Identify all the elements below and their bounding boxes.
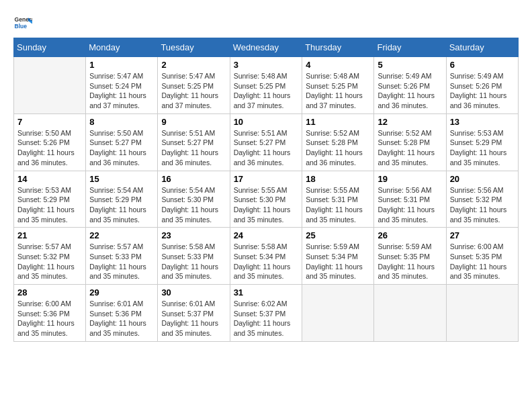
svg-text:Blue: Blue xyxy=(15,23,28,30)
calendar-cell: 14Sunrise: 5:53 AM Sunset: 5:29 PM Dayli… xyxy=(14,171,86,228)
day-info: Sunrise: 5:57 AM Sunset: 5:33 PM Dayligh… xyxy=(89,242,154,281)
calendar-cell: 23Sunrise: 5:58 AM Sunset: 5:33 PM Dayli… xyxy=(158,228,230,285)
day-info: Sunrise: 5:48 AM Sunset: 5:25 PM Dayligh… xyxy=(306,71,370,111)
day-info: Sunrise: 5:56 AM Sunset: 5:31 PM Dayligh… xyxy=(378,185,442,225)
calendar-cell: 30Sunrise: 6:01 AM Sunset: 5:37 PM Dayli… xyxy=(158,285,230,342)
calendar-week-3: 14Sunrise: 5:53 AM Sunset: 5:29 PM Dayli… xyxy=(14,171,519,228)
day-info: Sunrise: 5:50 AM Sunset: 5:26 PM Dayligh… xyxy=(17,128,82,168)
day-number: 4 xyxy=(306,60,370,70)
calendar-table: SundayMondayTuesdayWednesdayThursdayFrid… xyxy=(13,38,519,342)
weekday-monday: Monday xyxy=(86,38,158,57)
day-number: 29 xyxy=(89,287,154,298)
day-number: 10 xyxy=(234,117,299,127)
day-info: Sunrise: 5:58 AM Sunset: 5:33 PM Dayligh… xyxy=(161,242,226,281)
calendar-cell: 27Sunrise: 6:00 AM Sunset: 5:35 PM Dayli… xyxy=(446,228,518,285)
calendar-cell: 16Sunrise: 5:54 AM Sunset: 5:30 PM Dayli… xyxy=(158,171,230,228)
day-number: 9 xyxy=(161,117,226,127)
calendar-cell: 13Sunrise: 5:53 AM Sunset: 5:29 PM Dayli… xyxy=(446,113,518,171)
day-info: Sunrise: 5:52 AM Sunset: 5:28 PM Dayligh… xyxy=(306,128,370,168)
day-number: 21 xyxy=(17,230,82,240)
day-number: 23 xyxy=(161,230,226,240)
day-info: Sunrise: 6:01 AM Sunset: 5:36 PM Dayligh… xyxy=(89,299,154,338)
calendar-cell: 17Sunrise: 5:55 AM Sunset: 5:30 PM Dayli… xyxy=(230,171,302,228)
weekday-saturday: Saturday xyxy=(446,38,518,57)
calendar-cell: 25Sunrise: 5:59 AM Sunset: 5:34 PM Dayli… xyxy=(302,228,374,285)
day-info: Sunrise: 6:00 AM Sunset: 5:36 PM Dayligh… xyxy=(17,299,82,338)
day-number: 2 xyxy=(161,60,226,70)
day-number: 12 xyxy=(378,117,442,127)
day-number: 30 xyxy=(161,287,226,298)
day-number: 5 xyxy=(378,60,442,70)
day-number: 27 xyxy=(450,230,515,240)
day-info: Sunrise: 5:54 AM Sunset: 5:29 PM Dayligh… xyxy=(89,185,154,225)
weekday-tuesday: Tuesday xyxy=(158,38,230,57)
calendar-cell: 19Sunrise: 5:56 AM Sunset: 5:31 PM Dayli… xyxy=(374,171,446,228)
day-number: 31 xyxy=(234,287,299,298)
calendar-cell: 24Sunrise: 5:58 AM Sunset: 5:34 PM Dayli… xyxy=(230,228,302,285)
calendar-cell: 21Sunrise: 5:57 AM Sunset: 5:32 PM Dayli… xyxy=(14,228,86,285)
calendar-cell: 18Sunrise: 5:55 AM Sunset: 5:31 PM Dayli… xyxy=(302,171,374,228)
calendar-cell xyxy=(14,57,86,114)
day-number: 16 xyxy=(161,174,226,184)
day-number: 26 xyxy=(378,230,442,240)
calendar-cell: 28Sunrise: 6:00 AM Sunset: 5:36 PM Dayli… xyxy=(14,285,86,342)
calendar-cell: 10Sunrise: 5:51 AM Sunset: 5:27 PM Dayli… xyxy=(230,113,302,171)
calendar-cell: 26Sunrise: 5:59 AM Sunset: 5:35 PM Dayli… xyxy=(374,228,446,285)
day-info: Sunrise: 5:59 AM Sunset: 5:34 PM Dayligh… xyxy=(306,242,370,281)
calendar-cell: 5Sunrise: 5:49 AM Sunset: 5:26 PM Daylig… xyxy=(374,57,446,114)
weekday-sunday: Sunday xyxy=(14,38,86,57)
calendar-cell: 4Sunrise: 5:48 AM Sunset: 5:25 PM Daylig… xyxy=(302,57,374,114)
day-number: 14 xyxy=(17,174,82,184)
day-info: Sunrise: 5:47 AM Sunset: 5:25 PM Dayligh… xyxy=(161,71,226,111)
calendar-cell: 9Sunrise: 5:51 AM Sunset: 5:27 PM Daylig… xyxy=(158,113,230,171)
day-info: Sunrise: 5:50 AM Sunset: 5:27 PM Dayligh… xyxy=(89,128,154,168)
calendar-cell xyxy=(374,285,446,342)
day-number: 13 xyxy=(450,117,515,127)
logo: General Blue xyxy=(13,13,32,32)
weekday-wednesday: Wednesday xyxy=(230,38,302,57)
day-info: Sunrise: 5:54 AM Sunset: 5:30 PM Dayligh… xyxy=(161,185,226,225)
calendar-cell: 6Sunrise: 5:49 AM Sunset: 5:26 PM Daylig… xyxy=(446,57,518,114)
calendar-week-4: 21Sunrise: 5:57 AM Sunset: 5:32 PM Dayli… xyxy=(14,228,519,285)
day-info: Sunrise: 6:01 AM Sunset: 5:37 PM Dayligh… xyxy=(161,299,226,338)
day-info: Sunrise: 6:02 AM Sunset: 5:37 PM Dayligh… xyxy=(234,299,299,338)
weekday-header-row: SundayMondayTuesdayWednesdayThursdayFrid… xyxy=(14,38,519,57)
calendar-cell: 15Sunrise: 5:54 AM Sunset: 5:29 PM Dayli… xyxy=(86,171,158,228)
day-number: 18 xyxy=(306,174,370,184)
calendar-cell: 31Sunrise: 6:02 AM Sunset: 5:37 PM Dayli… xyxy=(230,285,302,342)
page-header: General Blue xyxy=(13,13,519,32)
calendar-cell: 7Sunrise: 5:50 AM Sunset: 5:26 PM Daylig… xyxy=(14,113,86,171)
day-info: Sunrise: 5:52 AM Sunset: 5:28 PM Dayligh… xyxy=(378,128,442,168)
day-number: 15 xyxy=(89,174,154,184)
day-info: Sunrise: 5:48 AM Sunset: 5:25 PM Dayligh… xyxy=(234,71,299,111)
day-number: 17 xyxy=(234,174,299,184)
day-info: Sunrise: 5:53 AM Sunset: 5:29 PM Dayligh… xyxy=(17,185,82,225)
calendar-cell: 11Sunrise: 5:52 AM Sunset: 5:28 PM Dayli… xyxy=(302,113,374,171)
day-info: Sunrise: 5:51 AM Sunset: 5:27 PM Dayligh… xyxy=(161,128,226,168)
weekday-thursday: Thursday xyxy=(302,38,374,57)
day-info: Sunrise: 6:00 AM Sunset: 5:35 PM Dayligh… xyxy=(450,242,515,281)
day-number: 8 xyxy=(89,117,154,127)
calendar-cell: 12Sunrise: 5:52 AM Sunset: 5:28 PM Dayli… xyxy=(374,113,446,171)
day-number: 1 xyxy=(89,60,154,70)
day-number: 20 xyxy=(450,174,515,184)
day-info: Sunrise: 5:49 AM Sunset: 5:26 PM Dayligh… xyxy=(450,71,515,111)
calendar-body: 1Sunrise: 5:47 AM Sunset: 5:24 PM Daylig… xyxy=(14,57,519,342)
calendar-cell xyxy=(446,285,518,342)
day-number: 6 xyxy=(450,60,515,70)
day-number: 22 xyxy=(89,230,154,240)
day-number: 24 xyxy=(234,230,299,240)
day-info: Sunrise: 5:55 AM Sunset: 5:30 PM Dayligh… xyxy=(234,185,299,225)
calendar-week-5: 28Sunrise: 6:00 AM Sunset: 5:36 PM Dayli… xyxy=(14,285,519,342)
day-info: Sunrise: 5:59 AM Sunset: 5:35 PM Dayligh… xyxy=(378,242,442,281)
calendar-week-2: 7Sunrise: 5:50 AM Sunset: 5:26 PM Daylig… xyxy=(14,113,519,171)
calendar-week-1: 1Sunrise: 5:47 AM Sunset: 5:24 PM Daylig… xyxy=(14,57,519,114)
day-info: Sunrise: 5:55 AM Sunset: 5:31 PM Dayligh… xyxy=(306,185,370,225)
calendar-cell: 1Sunrise: 5:47 AM Sunset: 5:24 PM Daylig… xyxy=(86,57,158,114)
calendar-cell: 3Sunrise: 5:48 AM Sunset: 5:25 PM Daylig… xyxy=(230,57,302,114)
calendar-cell: 29Sunrise: 6:01 AM Sunset: 5:36 PM Dayli… xyxy=(86,285,158,342)
day-number: 19 xyxy=(378,174,442,184)
calendar-cell: 20Sunrise: 5:56 AM Sunset: 5:32 PM Dayli… xyxy=(446,171,518,228)
day-info: Sunrise: 5:47 AM Sunset: 5:24 PM Dayligh… xyxy=(89,71,154,111)
calendar-cell: 8Sunrise: 5:50 AM Sunset: 5:27 PM Daylig… xyxy=(86,113,158,171)
